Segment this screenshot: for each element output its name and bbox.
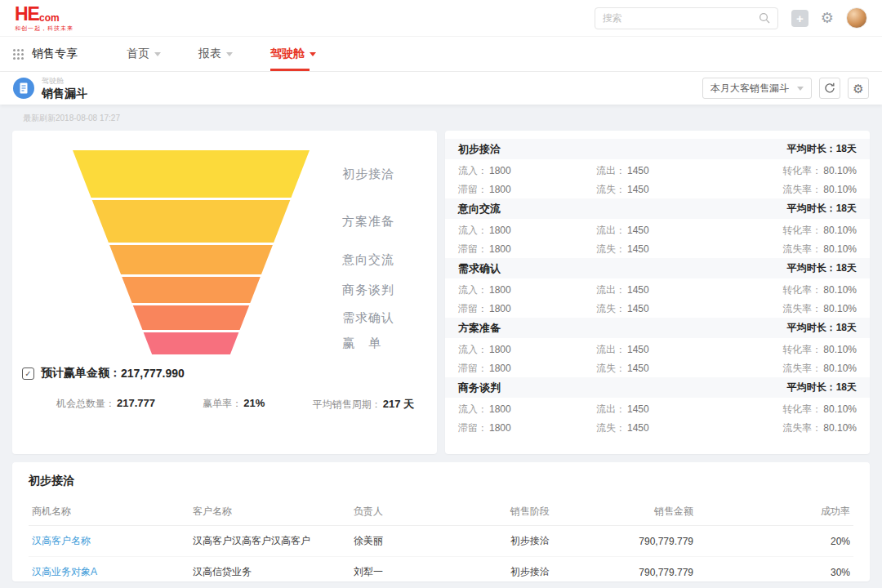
table-row: 汉高客户名称 汉高客户汉高客户汉高客户 徐美丽 初步接洽 790,779.779… — [29, 526, 853, 557]
expected-amount-label: 预计赢单金额： — [41, 366, 121, 381]
opportunity-link[interactable]: 汉高客户名称 — [29, 526, 189, 557]
nav-item-reports[interactable]: 报表 — [198, 37, 233, 71]
stage-panel: 意向交流 平均时长：18天 流入：1800 流出：1450 转化率：80.10%… — [445, 198, 870, 256]
app: HEcom 和创一起，科技未来 + ⚙ 销售专享 首页 报表 驾驶舱 — [0, 0, 882, 588]
chevron-down-icon — [310, 52, 316, 56]
stage-panel-head: 初步接洽 平均时长：18天 — [445, 139, 870, 159]
stage-panel: 初步接洽 平均时长：18天 流入：1800 流出：1450 转化率：80.10%… — [445, 139, 870, 197]
stage-panel-row: 流入：1800 流出：1450 转化率：80.10% — [445, 398, 870, 416]
user-avatar[interactable] — [846, 7, 867, 29]
funnel-segment — [73, 332, 310, 354]
funnel-segment — [73, 200, 310, 243]
customer-cell: 汉高信贷业务 — [189, 557, 350, 582]
stage-avg-duration: 平均时长：18天 — [787, 202, 857, 216]
stage-panel-row: 滞留：1800 流失：1450 流失率：80.10% — [445, 357, 870, 376]
table-title: 初步接洽 — [29, 474, 853, 488]
stage-avg-duration: 平均时长：18天 — [787, 142, 857, 156]
main-nav: 销售专享 首页 报表 驾驶舱 — [0, 37, 882, 72]
stage-cell: 初步接洽 — [507, 557, 598, 582]
opportunities-table-card: 初步接洽 商机名称 客户名称 负责人 销售阶段 销售金额 成功率 — [12, 462, 870, 581]
stage-panel-title: 初步接洽 — [458, 142, 501, 157]
funnel-stage-label: 初步接洽 — [342, 150, 394, 198]
col-stage: 销售阶段 — [507, 498, 598, 526]
funnel-wrap: 初步接洽 方案准备 意向交流 商务谈判 需求确认 赢 单 — [73, 150, 424, 354]
breadcrumb: 驾驶舱 — [42, 78, 87, 85]
nav-items: 首页 报表 驾驶舱 — [127, 37, 354, 71]
owner-cell: 刘犁一 — [350, 557, 507, 582]
add-button[interactable]: + — [791, 10, 808, 27]
refresh-button[interactable] — [819, 78, 840, 99]
stage-panel: 需求确认 平均时长：18天 流入：1800 流出：1450 转化率：80.10%… — [445, 258, 870, 316]
expected-amount-value: 217,777.990 — [121, 367, 185, 380]
page-header: 驾驶舱 销售漏斗 本月大客销售漏斗 ⚙ — [0, 72, 882, 105]
amount-cell: 790,779.779 — [598, 557, 697, 582]
page-title: 销售漏斗 — [42, 87, 87, 99]
dashboard-doc-icon — [13, 78, 34, 99]
chevron-down-icon — [797, 87, 804, 91]
stat-win-rate: 赢单率：21% — [203, 397, 265, 412]
logo-tagline: 和创一起，科技未来 — [15, 25, 74, 31]
stage-panel-head: 需求确认 平均时长：18天 — [445, 258, 870, 278]
nav-item-dashboard[interactable]: 驾驶舱 — [270, 37, 316, 71]
stage-panel-title: 意向交流 — [458, 202, 501, 216]
apps-grid-icon[interactable] — [13, 49, 24, 60]
funnel-segment — [73, 150, 310, 198]
global-search[interactable] — [595, 7, 778, 29]
funnel-segment — [73, 245, 310, 274]
col-amount: 销售金额 — [598, 498, 697, 526]
refresh-icon — [824, 82, 835, 94]
funnel-card: 初步接洽 方案准备 意向交流 商务谈判 需求确认 赢 单 ✓ 预计赢单金额： 2… — [12, 131, 437, 454]
stage-panel-title: 方案准备 — [458, 321, 501, 336]
stat-avg-cycle: 平均销售周期：217 天 — [313, 397, 414, 412]
opportunities-table: 商机名称 客户名称 负责人 销售阶段 销售金额 成功率 汉高客户名称 汉高客户汉… — [29, 498, 853, 581]
table-header-row: 商机名称 客户名称 负责人 销售阶段 销售金额 成功率 — [29, 498, 853, 526]
stage-panel-row: 流入：1800 流出：1450 转化率：80.10% — [445, 338, 870, 357]
col-opportunity: 商机名称 — [29, 498, 189, 526]
funnel-segment — [73, 277, 310, 303]
cards-row: 初步接洽 方案准备 意向交流 商务谈判 需求确认 赢 单 ✓ 预计赢单金额： 2… — [12, 131, 870, 454]
stage-panel-row: 滞留：1800 流失：1450 流失率：80.10% — [445, 178, 870, 197]
stage-panel-row: 流入：1800 流出：1450 转化率：80.10% — [445, 159, 870, 178]
search-input[interactable] — [603, 12, 759, 24]
funnel-chart — [73, 150, 310, 354]
brand-logo[interactable]: HEcom 和创一起，科技未来 — [15, 5, 74, 31]
funnel-filter-select[interactable]: 本月大客销售漏斗 — [702, 78, 812, 99]
stage-panel-title: 需求确认 — [458, 261, 501, 276]
stage-panel-head: 方案准备 平均时长：18天 — [445, 318, 870, 338]
table-row: 汉高业务对象A 汉高信贷业务 刘犁一 初步接洽 790,779.779 30% — [29, 557, 853, 582]
check-icon: ✓ — [22, 368, 34, 380]
owner-cell: 徐美丽 — [350, 526, 507, 557]
col-success: 成功率 — [697, 498, 853, 526]
expected-amount: ✓ 预计赢单金额： 217,777.990 — [22, 366, 424, 381]
last-refresh-time: 最新刷新2018-08-08 17:27 — [23, 113, 870, 124]
stage-panel-row: 流入：1800 流出：1450 转化率：80.10% — [445, 219, 870, 238]
stat-total-opportunities: 机会总数量：217.777 — [56, 397, 155, 412]
customer-cell: 汉高客户汉高客户汉高客户 — [189, 526, 350, 557]
title-block: 驾驶舱 销售漏斗 — [42, 78, 87, 99]
stage-panel: 商务谈判 平均时长：18天 流入：1800 流出：1450 转化率：80.10%… — [445, 377, 870, 435]
workspace-name[interactable]: 销售专享 — [32, 47, 78, 61]
col-customer: 客户名称 — [189, 498, 350, 526]
opportunity-link[interactable]: 汉高业务对象A — [29, 557, 189, 582]
logo-text: HEcom — [15, 5, 74, 24]
stage-panel-row: 流入：1800 流出：1450 转化率：80.10% — [445, 278, 870, 297]
add-icon: + — [796, 12, 804, 24]
stage-cell: 初步接洽 — [507, 526, 598, 557]
stage-avg-duration: 平均时长：18天 — [787, 261, 857, 275]
stage-avg-duration: 平均时长：18天 — [787, 321, 857, 335]
logo-he: HE — [15, 5, 39, 24]
stage-panel-title: 商务谈判 — [458, 381, 501, 395]
funnel-stage-label: 需求确认 — [342, 305, 394, 330]
nav-item-home[interactable]: 首页 — [127, 37, 161, 71]
success-cell: 30% — [697, 557, 853, 582]
gear-icon: ⚙ — [853, 82, 863, 95]
funnel-labels: 初步接洽 方案准备 意向交流 商务谈判 需求确认 赢 单 — [342, 150, 394, 354]
chevron-down-icon — [154, 52, 161, 56]
dashboard-settings-button[interactable]: ⚙ — [848, 78, 869, 99]
col-owner: 负责人 — [350, 498, 507, 526]
stage-panel-head: 意向交流 平均时长：18天 — [445, 198, 870, 219]
stage-panels-card: 初步接洽 平均时长：18天 流入：1800 流出：1450 转化率：80.10%… — [445, 131, 870, 454]
amount-cell: 790,779.779 — [598, 526, 697, 557]
success-cell: 20% — [697, 526, 853, 557]
settings-icon[interactable]: ⚙ — [821, 11, 834, 25]
